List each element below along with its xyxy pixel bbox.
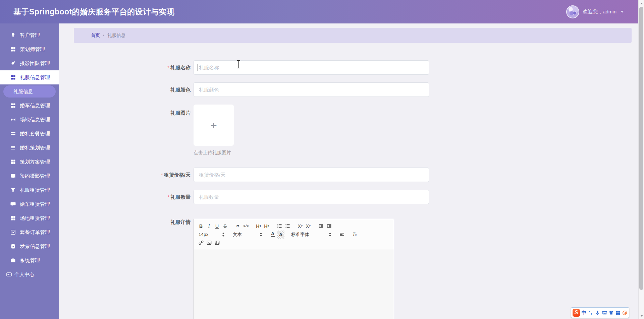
header1-button[interactable]: H1 bbox=[255, 222, 262, 230]
user-menu[interactable]: 欢迎您，admin bbox=[566, 0, 624, 23]
sidebar-item-customer-mgmt[interactable]: 客户管理 bbox=[0, 28, 59, 42]
scrollbar-thumb[interactable] bbox=[639, 7, 643, 290]
image-icon[interactable] bbox=[205, 239, 213, 247]
sidebar-item-label: 礼服租赁管理 bbox=[20, 187, 50, 193]
updown-arrows-icon bbox=[329, 233, 331, 237]
dress-quantity-label: *礼服数量 bbox=[93, 190, 191, 204]
punctuation-icon[interactable]: ’， bbox=[588, 309, 593, 317]
sidebar-item-label: 策划方案管理 bbox=[20, 159, 50, 165]
rich-text-editor: B I U S ” </> H1 H2 X2 bbox=[194, 219, 394, 319]
breadcrumb-current: 礼服信息 bbox=[107, 33, 125, 39]
background-color-button[interactable]: A bbox=[277, 231, 284, 239]
align-icon[interactable] bbox=[338, 231, 345, 239]
grid-icon bbox=[10, 75, 16, 80]
keyboard-icon[interactable] bbox=[602, 309, 607, 317]
idcard-icon bbox=[6, 272, 12, 277]
plus-icon: + bbox=[210, 120, 217, 131]
sidebar-item-dress-rental-mgmt[interactable]: 礼服租赁管理 bbox=[0, 183, 59, 197]
underline-button[interactable]: U bbox=[213, 222, 221, 230]
bullet-list-icon[interactable] bbox=[284, 222, 291, 230]
grid-icon bbox=[10, 47, 16, 52]
sogou-logo[interactable]: S bbox=[573, 309, 580, 317]
sidebar-item-system-mgmt[interactable]: 系统管理 bbox=[0, 253, 59, 267]
dress-name-input[interactable] bbox=[194, 60, 429, 75]
font-color-button[interactable]: A bbox=[269, 231, 276, 239]
chat-icon bbox=[10, 201, 16, 207]
rental-price-input[interactable] bbox=[194, 168, 429, 182]
skin-icon[interactable] bbox=[608, 309, 614, 317]
sidebar-item-label: 套餐订单管理 bbox=[20, 229, 50, 236]
blockquote-button[interactable]: ” bbox=[234, 222, 241, 230]
sidebar-subitem-dress-info[interactable]: 礼服信息 bbox=[3, 85, 56, 98]
sidebar-item-venue-info-mgmt[interactable]: 场地信息管理 bbox=[0, 113, 59, 127]
microphone-icon[interactable] bbox=[595, 309, 600, 317]
dress-color-input[interactable] bbox=[194, 82, 429, 97]
clean-format-button[interactable]: Tx bbox=[351, 231, 358, 239]
updown-arrows-icon bbox=[222, 233, 225, 237]
sidebar-item-label: 婚礼套餐管理 bbox=[20, 131, 50, 137]
ordered-list-icon[interactable] bbox=[276, 222, 283, 230]
dress-detail-label: 礼服详情 bbox=[93, 217, 191, 227]
breadcrumb-separator: • bbox=[103, 33, 104, 38]
sidebar-item-plan-scheme-mgmt[interactable]: 策划方案管理 bbox=[0, 155, 59, 169]
sidebar-item-label: 个人中心 bbox=[14, 271, 35, 278]
code-block-button[interactable]: </> bbox=[242, 222, 250, 230]
sidebar-item-dress-info-mgmt[interactable]: 礼服信息管理 bbox=[0, 70, 59, 84]
header2-button[interactable]: H2 bbox=[263, 222, 270, 230]
dress-quantity-input[interactable] bbox=[194, 190, 429, 204]
bold-button[interactable]: B bbox=[197, 222, 205, 230]
sidebar-item-invoice-info-mgmt[interactable]: 发票信息管理 bbox=[0, 239, 59, 253]
font-size-select[interactable]: 14px bbox=[197, 232, 226, 237]
sliders-icon bbox=[10, 131, 16, 137]
sidebar-item-photo-team-mgmt[interactable]: 摄影团队管理 bbox=[0, 56, 59, 70]
subscript-button[interactable]: X2 bbox=[297, 222, 304, 230]
sidebar-item-car-info-mgmt[interactable]: 婚车信息管理 bbox=[0, 99, 59, 113]
sidebar-item-label: 系统管理 bbox=[20, 257, 40, 264]
breadcrumb-home-link[interactable]: 首页 bbox=[91, 33, 100, 39]
strike-button[interactable]: S bbox=[221, 222, 229, 230]
font-family-select[interactable]: 标准字体 bbox=[290, 232, 333, 238]
editor-content-area[interactable] bbox=[194, 249, 394, 319]
scroll-down-arrow-icon[interactable] bbox=[639, 313, 644, 318]
sidebar-item-venue-rental-mgmt[interactable]: 场地租赁管理 bbox=[0, 211, 59, 225]
briefcase-icon bbox=[10, 258, 16, 263]
required-star: * bbox=[161, 172, 163, 178]
clipboard-icon bbox=[10, 244, 16, 249]
dress-color-label: 礼服颜色 bbox=[93, 82, 191, 97]
sidebar-item-photo-booking-mgmt[interactable]: 预约摄影管理 bbox=[0, 169, 59, 183]
funnel-icon bbox=[10, 187, 16, 193]
sidebar-item-label: 预约摄影管理 bbox=[20, 173, 50, 179]
required-star: * bbox=[167, 65, 169, 70]
superscript-button[interactable]: X2 bbox=[305, 222, 312, 230]
sidebar-item-package-mgmt[interactable]: 婚礼套餐管理 bbox=[0, 127, 59, 141]
app-title: 基于Springboot的婚庆服务平台的设计与实现 bbox=[13, 0, 174, 23]
sidebar-item-wedding-plan-mgmt[interactable]: 婚礼策划管理 bbox=[0, 141, 59, 155]
bulb-icon bbox=[10, 33, 16, 38]
sidebar-item-planner-mgmt[interactable]: 策划师管理 bbox=[0, 42, 59, 56]
link-icon[interactable] bbox=[197, 239, 205, 247]
sidebar-item-label: 礼服信息管理 bbox=[20, 74, 50, 81]
scroll-up-arrow-icon[interactable] bbox=[639, 1, 644, 6]
required-star: * bbox=[167, 194, 169, 200]
sidebar-item-label: 婚礼策划管理 bbox=[20, 145, 50, 151]
sidebar-item-label: 场地信息管理 bbox=[20, 117, 50, 123]
plane-icon bbox=[10, 61, 16, 66]
emoji-icon[interactable] bbox=[622, 309, 628, 317]
italic-button[interactable]: I bbox=[205, 222, 213, 230]
mouse-ibeam-cursor bbox=[237, 60, 240, 68]
rental-price-label: *租赁价格/天 bbox=[93, 168, 191, 182]
user-avatar[interactable] bbox=[566, 5, 579, 18]
book-icon bbox=[10, 173, 16, 179]
sidebar-item-personal-center[interactable]: 个人中心 bbox=[0, 267, 59, 281]
chinese-mode-icon[interactable]: 中 bbox=[581, 309, 587, 317]
sidebar-item-package-order-mgmt[interactable]: 套餐订单管理 bbox=[0, 225, 59, 239]
heading-select[interactable]: 文本 bbox=[231, 232, 264, 238]
outdent-icon[interactable] bbox=[317, 222, 325, 230]
page-scrollbar[interactable] bbox=[638, 0, 644, 319]
sidebar-item-label: 发票信息管理 bbox=[20, 243, 50, 250]
indent-icon[interactable] bbox=[325, 222, 333, 230]
toolbox-icon[interactable] bbox=[615, 309, 621, 317]
sidebar-item-car-rental-mgmt[interactable]: 婚车租赁管理 bbox=[0, 197, 59, 211]
video-icon[interactable] bbox=[213, 239, 221, 247]
image-upload-area[interactable]: + bbox=[194, 105, 234, 146]
